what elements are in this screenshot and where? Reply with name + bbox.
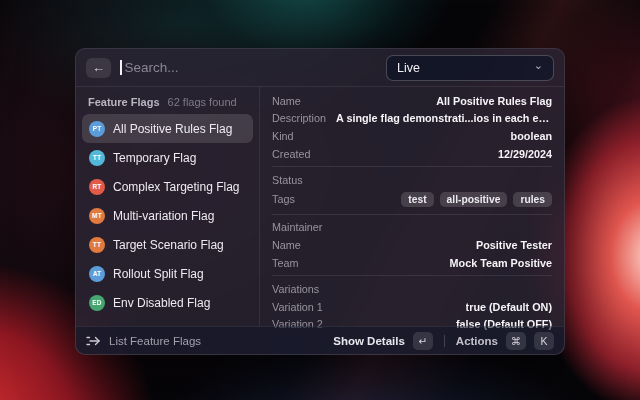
flag-list: PTAll Positive Rules FlagTTTemporary Fla… <box>82 114 253 317</box>
flag-list-item[interactable]: PTAll Positive Rules Flag <box>82 114 253 143</box>
flag-list-item[interactable]: ATRollout Split Flag <box>82 259 253 288</box>
detail-value: boolean <box>511 130 552 142</box>
footer-divider <box>444 335 445 347</box>
detail-label: Name <box>272 95 301 107</box>
detail-row: TeamMock Team Positive <box>272 254 552 272</box>
detail-row: Variations <box>272 280 552 298</box>
detail-row: Kindboolean <box>272 127 552 145</box>
detail-label: Variations <box>272 283 319 295</box>
detail-row: NameAll Positive Rules Flag <box>272 92 552 110</box>
search-header: ← Live ⌄ <box>76 49 564 87</box>
text-caret <box>120 60 122 75</box>
cmd-key-badge: ⌘ <box>506 332 526 350</box>
detail-row: Maintainer <box>272 219 552 237</box>
launch-arrow-icon <box>86 335 101 347</box>
tag-pill: all-positive <box>440 192 508 207</box>
detail-value: All Positive Rules Flag <box>436 95 552 107</box>
flag-list-panel: Feature Flags 62 flags found PTAll Posit… <box>76 87 260 326</box>
detail-label: Maintainer <box>272 221 322 233</box>
section-divider <box>272 166 552 167</box>
search-input[interactable] <box>125 60 378 75</box>
environment-dropdown-value: Live <box>397 61 420 75</box>
back-arrow-icon: ← <box>92 61 105 74</box>
detail-row: Tagstestall-positiverules <box>272 189 552 210</box>
flag-list-item[interactable]: TTTemporary Flag <box>82 143 253 172</box>
detail-label: Created <box>272 148 310 160</box>
result-count: 62 flags found <box>168 96 237 108</box>
flag-label: Complex Targeting Flag <box>113 180 240 194</box>
chevron-down-icon: ⌄ <box>534 60 543 71</box>
detail-value: 12/29/2024 <box>498 148 552 160</box>
flag-list-item[interactable]: RTComplex Targeting Flag <box>82 172 253 201</box>
tag-pill: rules <box>513 192 552 207</box>
detail-label: Description <box>272 112 326 124</box>
flag-initials-icon: PT <box>89 121 105 137</box>
flag-label: Multi-variation Flag <box>113 209 214 223</box>
detail-row: Status <box>272 171 552 189</box>
flag-list-item[interactable]: TTTarget Scenario Flag <box>82 230 253 259</box>
flag-label: Temporary Flag <box>113 151 196 165</box>
detail-label: Name <box>272 239 301 251</box>
command-palette-window: ← Live ⌄ Feature Flags 62 flags found PT… <box>75 48 565 355</box>
flag-label: Target Scenario Flag <box>113 238 224 252</box>
tag-list: testall-positiverules <box>401 192 552 207</box>
flag-label: Env Disabled Flag <box>113 296 210 310</box>
detail-value: Positive Tester <box>476 239 552 251</box>
flag-list-item[interactable]: EDEnv Disabled Flag <box>82 288 253 317</box>
detail-label: Variation 1 <box>272 301 323 313</box>
detail-value: true (Default ON) <box>466 301 552 313</box>
flag-initials-icon: TT <box>89 237 105 253</box>
section-divider <box>272 275 552 276</box>
section-divider <box>272 214 552 215</box>
detail-label: Status <box>272 174 303 186</box>
detail-row: DescriptionA single flag demonstrati...i… <box>272 110 552 128</box>
tag-pill: test <box>401 192 433 207</box>
show-details-action[interactable]: Show Details <box>333 335 405 347</box>
flag-initials-icon: AT <box>89 266 105 282</box>
detail-label: Team <box>272 257 298 269</box>
actions-menu-action[interactable]: Actions <box>456 335 498 347</box>
k-key-badge: K <box>534 332 554 350</box>
flag-initials-icon: TT <box>89 150 105 166</box>
list-section-header: Feature Flags 62 flags found <box>82 93 253 114</box>
footer-bar: List Feature Flags Show Details ↵ Action… <box>76 326 564 354</box>
flag-label: All Positive Rules Flag <box>113 122 232 136</box>
detail-row: Created12/29/2024 <box>272 145 552 163</box>
environment-dropdown[interactable]: Live ⌄ <box>386 55 554 81</box>
flag-initials-icon: MT <box>89 208 105 224</box>
detail-row: Variation 1true (Default ON) <box>272 298 552 316</box>
flag-label: Rollout Split Flag <box>113 267 204 281</box>
return-key-badge: ↵ <box>413 332 433 350</box>
detail-row: NamePositive Tester <box>272 236 552 254</box>
flag-initials-icon: RT <box>89 179 105 195</box>
back-button[interactable]: ← <box>86 58 111 78</box>
source-command-label: List Feature Flags <box>109 335 201 347</box>
detail-label: Tags <box>272 193 295 205</box>
detail-panel: NameAll Positive Rules FlagDescriptionA … <box>260 87 564 326</box>
detail-value: Mock Team Positive <box>450 257 552 269</box>
flag-list-item[interactable]: MTMulti-variation Flag <box>82 201 253 230</box>
detail-value: A single flag demonstrati...ios in each … <box>336 112 552 124</box>
list-section-title: Feature Flags <box>88 96 160 108</box>
main-area: Feature Flags 62 flags found PTAll Posit… <box>76 87 564 326</box>
detail-label: Kind <box>272 130 294 142</box>
flag-initials-icon: ED <box>89 295 105 311</box>
